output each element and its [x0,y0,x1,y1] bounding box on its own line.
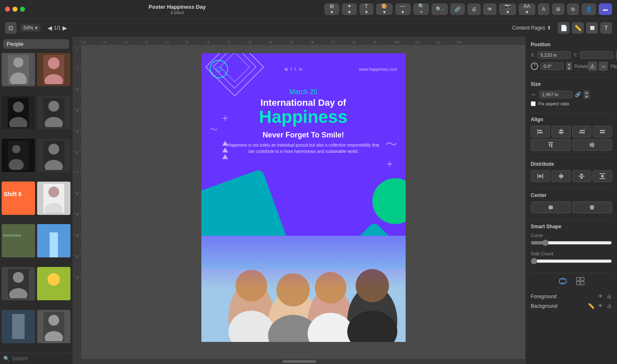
svg-rect-61 [600,132,605,133]
align-middle-btn[interactable] [572,139,612,151]
width-input[interactable] [539,91,572,98]
align-top-btn[interactable] [531,139,571,151]
bg-eye-icon[interactable]: 👁 [598,303,603,309]
scrollbar-thumb[interactable] [283,360,316,363]
search-input[interactable] [12,356,75,362]
x-input[interactable] [537,51,571,59]
flip-h-icon[interactable]: ⚠ [588,62,597,71]
content-pages-selector[interactable]: Content Pages ⬆ [512,25,551,31]
page-next[interactable]: ▶ [63,25,67,31]
svg-text:backspace: backspace [3,233,21,237]
thumb-10[interactable] [37,224,70,257]
layer-tab-grid[interactable] [576,277,585,287]
toolbar-font[interactable]: A [538,3,549,15]
size-down[interactable]: ▼ [584,95,589,99]
flip-v-icon[interactable]: ↔ [599,62,608,71]
divider-5 [531,220,612,220]
side-count-slider[interactable] [531,258,612,264]
page-prev[interactable]: ◀ [48,25,52,31]
toolbar-zoom-out[interactable]: 🔍- [431,3,448,15]
thumb-2[interactable] [37,53,70,86]
text-style-icon[interactable]: T [600,22,612,34]
toolbar-share[interactable]: 🔗 [450,3,465,15]
thumb-12[interactable] [37,267,70,300]
svg-rect-33 [12,314,25,339]
toolbar-pages[interactable]: ⧉ [567,3,579,15]
thumb-13[interactable] [2,310,35,343]
align-title: Align [531,117,612,122]
poster-canvas[interactable]: ☺ ⊕ f 𝕥 in www.happiness.com + + [201,53,406,342]
rotate-circle[interactable] [531,62,538,70]
link-proportions-icon[interactable]: 🔗 [575,92,581,97]
divider-3 [531,157,612,158]
fg-eye-icon[interactable]: 👁 [598,293,603,299]
layout-icon[interactable]: ⊡ [5,22,17,34]
thumb-1[interactable] [2,53,35,86]
thumb-6[interactable] [37,139,70,172]
bg-print-icon[interactable]: 🖨 [607,303,612,309]
thumb-9[interactable]: backspace [2,224,35,257]
maximize-dot[interactable] [20,7,25,12]
category-select[interactable]: People [3,39,69,49]
minimize-dot[interactable] [13,7,18,12]
tri-2 [222,147,228,152]
sidebar-header: People [0,37,73,51]
thumb-11[interactable] [2,267,35,300]
horizontal-scrollbar[interactable] [73,359,525,364]
foreground-label: Foreground [531,294,557,299]
toolbar-print[interactable]: 🖨 [467,3,481,15]
zoom-control[interactable]: 54% ▾ [20,24,41,32]
bg-edit-icon[interactable]: ✏️ [588,303,594,309]
toolbar-shape[interactable]: — ▾ [395,3,411,15]
ruler-icon[interactable]: 📏 [572,22,584,34]
thumb-3[interactable] [2,96,35,129]
center-h-btn[interactable] [531,202,571,213]
close-dot[interactable] [5,7,10,12]
dist-left-btn[interactable] [531,170,550,182]
toolbar-active[interactable]: ▬ [599,3,612,15]
dist-h-btn[interactable] [572,170,592,182]
center-title: Center [531,192,612,198]
toolbar-grid[interactable]: ⊞ [552,3,564,15]
poster-title-line2: Happiness [210,108,397,126]
dist-center-btn[interactable] [552,170,571,182]
thumb-5[interactable] [2,139,35,172]
toolbar-color[interactable]: 🎨 ▾ [376,3,393,15]
svg-rect-70 [539,175,542,177]
svg-rect-88 [581,277,584,281]
align-center-btn[interactable] [552,126,571,137]
rotate-up[interactable]: ▲ [566,62,572,66]
thumb-14[interactable] [37,310,70,343]
rotate-down[interactable]: ▼ [566,66,572,70]
toolbar-zoom-in[interactable]: 🔍+ [413,3,429,15]
layer-tab-stack[interactable] [558,277,567,287]
app-title: Poster Happiness Day [33,4,321,10]
rotate-input[interactable] [541,62,564,70]
align-justify-btn[interactable] [593,126,612,137]
thumb-7[interactable]: Shift 6 [2,182,35,215]
toolbar-people[interactable]: 👤 [582,3,596,15]
toolbar-arrange[interactable]: ⊞ ▾ [324,3,339,15]
center-v-btn[interactable] [572,202,612,213]
toolbar-aa[interactable]: AA ▾ [519,3,535,15]
toolbar-preview[interactable]: 👁 [483,3,497,15]
align-guide-icon[interactable]: 🔲 [586,22,598,34]
align-left-btn[interactable] [531,126,550,137]
page-add-icon[interactable]: 📄 [558,22,569,34]
svg-rect-87 [577,277,580,281]
fix-aspect-checkbox[interactable] [531,101,536,106]
thumb-4[interactable] [37,96,70,129]
size-up[interactable]: ▲ [584,90,589,95]
canvas-scroll[interactable]: ☺ ⊕ f 𝕥 in www.happiness.com + + [81,45,525,359]
fg-lock-icon[interactable]: 🖨 [607,293,612,299]
y-input[interactable] [580,51,613,59]
toolbar-insert[interactable]: ✦ ▾ [342,3,357,15]
align-right-btn[interactable] [572,126,592,137]
toolbar-media[interactable]: 📷 ▾ [499,3,516,15]
dist-v-btn[interactable] [593,170,612,182]
curve-slider[interactable] [531,239,612,246]
app-subtitle: Edited [33,10,321,15]
svg-rect-57 [584,129,584,134]
toolbar-text[interactable]: T ▾ [359,3,374,15]
thumb-8[interactable] [37,182,70,215]
